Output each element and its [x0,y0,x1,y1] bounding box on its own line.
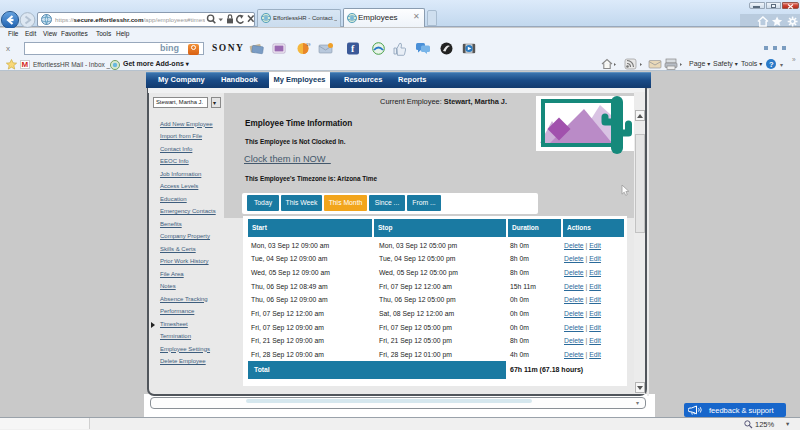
svg-text:19: 19 [306,42,311,47]
